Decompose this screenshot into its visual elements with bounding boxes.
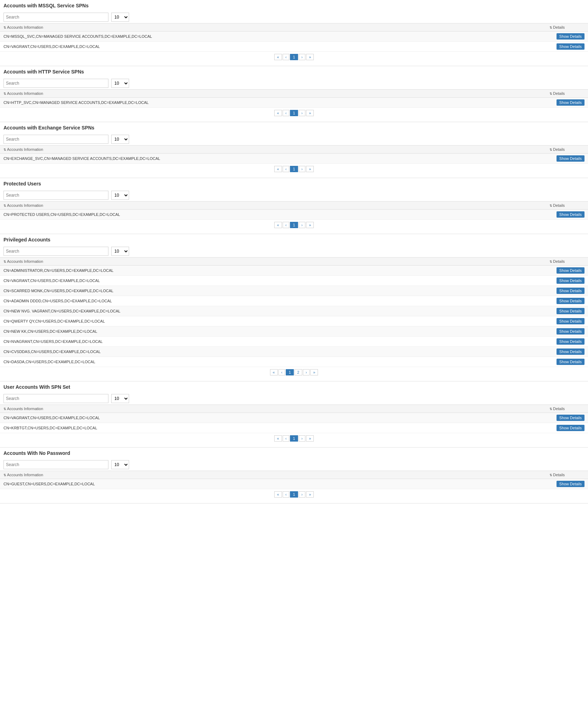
show-details-button[interactable]: Show Details	[557, 349, 585, 355]
pagination-next-button[interactable]: ›	[299, 435, 306, 442]
col-details-header-mssql-spns[interactable]: ⇅Details	[546, 23, 588, 31]
pagination-last-button[interactable]: »	[306, 435, 314, 442]
col-details-header-user-accounts-spn[interactable]: ⇅Details	[546, 405, 588, 413]
show-details-button[interactable]: Show Details	[557, 415, 585, 421]
pagination-current-button[interactable]: 1	[290, 110, 298, 116]
detail-cell: Show Details	[546, 42, 588, 52]
account-cell: CN=ADMINISTRATOR,CN=USERS,DC=EXAMPLE,DC=…	[0, 266, 546, 276]
pagination-current-button[interactable]: 1	[286, 369, 293, 375]
pagination-next-button[interactable]: ›	[299, 166, 306, 172]
pagination-prev-button[interactable]: ‹	[278, 369, 285, 375]
pagination-prev-button[interactable]: ‹	[283, 222, 290, 228]
section-title-protected-users: Protected Users	[0, 178, 588, 189]
pagination-prev-button[interactable]: ‹	[283, 435, 290, 442]
col-details-header-no-password[interactable]: ⇅Details	[546, 471, 588, 479]
show-details-button[interactable]: Show Details	[557, 481, 585, 487]
pagination-last-button[interactable]: »	[306, 222, 314, 228]
pagination-prev-button[interactable]: ‹	[283, 491, 290, 498]
show-details-button[interactable]: Show Details	[557, 99, 585, 106]
search-input-protected-users[interactable]	[3, 191, 108, 200]
pagination-last-button[interactable]: »	[306, 110, 314, 116]
show-details-button[interactable]: Show Details	[557, 308, 585, 314]
table-row: CN=ADADMIN DDDD,CN=USERS,DC=EXAMPLE,DC=L…	[0, 296, 588, 306]
page-size-select-protected-users[interactable]: 102550100	[111, 191, 129, 200]
search-input-http-spns[interactable]	[3, 79, 108, 88]
col-details-header-exchange-spns[interactable]: ⇅Details	[546, 146, 588, 154]
show-details-button[interactable]: Show Details	[557, 338, 585, 345]
detail-cell: Show Details	[546, 266, 588, 276]
section-protected-users: Protected Users102550100⇅Accounts Inform…	[0, 178, 588, 234]
pagination-first-button[interactable]: «	[274, 435, 282, 442]
show-details-button[interactable]: Show Details	[557, 318, 585, 324]
pagination-first-button[interactable]: «	[274, 166, 282, 172]
show-details-button[interactable]: Show Details	[557, 33, 585, 40]
show-details-button[interactable]: Show Details	[557, 359, 585, 365]
col-details-header-protected-users[interactable]: ⇅Details	[546, 202, 588, 210]
section-title-http-spns: Accounts with HTTP Service SPNs	[0, 66, 588, 77]
pagination-next-button[interactable]: ›	[299, 222, 306, 228]
col-accounts-header-exchange-spns[interactable]: ⇅Accounts Information	[0, 146, 546, 154]
section-title-privileged-accounts: Privileged Accounts	[0, 234, 588, 245]
page-size-select-mssql-spns[interactable]: 102550100	[111, 13, 129, 22]
search-input-exchange-spns[interactable]	[3, 135, 108, 144]
col-accounts-header-http-spns[interactable]: ⇅Accounts Information	[0, 90, 546, 98]
detail-cell: Show Details	[546, 316, 588, 326]
show-details-button[interactable]: Show Details	[557, 277, 585, 284]
section-title-exchange-spns: Accounts with Exchange Service SPNs	[0, 122, 588, 133]
show-details-button[interactable]: Show Details	[557, 328, 585, 335]
account-cell: CN=VAGRANT,CN=USERS,DC=EXAMPLE,DC=LOCAL	[0, 413, 546, 423]
pagination-protected-users: «‹1›»	[0, 220, 588, 230]
show-details-button[interactable]: Show Details	[557, 43, 585, 50]
pagination-last-button[interactable]: »	[310, 369, 318, 375]
show-details-button[interactable]: Show Details	[557, 211, 585, 218]
col-accounts-header-protected-users[interactable]: ⇅Accounts Information	[0, 202, 546, 210]
show-details-button[interactable]: Show Details	[557, 155, 585, 162]
pagination-next-button[interactable]: ›	[299, 54, 306, 60]
pagination-first-button[interactable]: «	[274, 491, 282, 498]
search-input-user-accounts-spn[interactable]	[3, 394, 108, 403]
show-details-button[interactable]: Show Details	[557, 267, 585, 274]
pagination-first-button[interactable]: «	[274, 222, 282, 228]
account-cell: CN=CVSDDAS,CN=USERS,DC=EXAMPLE,DC=LOCAL	[0, 347, 546, 357]
pagination-last-button[interactable]: »	[306, 166, 314, 172]
pagination-page2-button[interactable]: 2	[295, 369, 302, 375]
page-size-select-http-spns[interactable]: 102550100	[111, 79, 129, 88]
pagination-prev-button[interactable]: ‹	[283, 110, 290, 116]
pagination-next-button[interactable]: ›	[303, 369, 310, 375]
pagination-last-button[interactable]: »	[306, 491, 314, 498]
pagination-next-button[interactable]: ›	[299, 491, 306, 498]
account-cell: CN=NVAGRANT,CN=USERS,DC=EXAMPLE,DC=LOCAL	[0, 337, 546, 347]
search-input-no-password[interactable]	[3, 460, 108, 469]
page-size-select-user-accounts-spn[interactable]: 102550100	[111, 394, 129, 403]
search-input-mssql-spns[interactable]	[3, 13, 108, 22]
page-size-select-exchange-spns[interactable]: 102550100	[111, 135, 129, 144]
search-input-privileged-accounts[interactable]	[3, 247, 108, 256]
col-details-header-privileged-accounts[interactable]: ⇅Details	[546, 258, 588, 266]
pagination-first-button[interactable]: «	[274, 110, 282, 116]
pagination-current-button[interactable]: 1	[290, 222, 298, 228]
pagination-current-button[interactable]: 1	[290, 166, 298, 172]
col-accounts-header-mssql-spns[interactable]: ⇅Accounts Information	[0, 23, 546, 31]
page-size-select-privileged-accounts[interactable]: 102550100	[111, 247, 129, 256]
pagination-prev-button[interactable]: ‹	[283, 166, 290, 172]
pagination-current-button[interactable]: 1	[290, 491, 298, 498]
controls-no-password: 102550100	[0, 459, 588, 471]
account-cell: CN=NEW KK,CN=USERS,DC=EXAMPLE,DC=LOCAL	[0, 326, 546, 337]
pagination-first-button[interactable]: «	[270, 369, 278, 375]
pagination-first-button[interactable]: «	[274, 54, 282, 60]
col-accounts-header-user-accounts-spn[interactable]: ⇅Accounts Information	[0, 405, 546, 413]
show-details-button[interactable]: Show Details	[557, 298, 585, 304]
show-details-button[interactable]: Show Details	[557, 288, 585, 294]
page-size-select-no-password[interactable]: 102550100	[111, 460, 129, 469]
sort-icon: ⇅	[550, 204, 552, 207]
pagination-prev-button[interactable]: ‹	[283, 54, 290, 60]
pagination-current-button[interactable]: 1	[290, 435, 298, 442]
col-details-header-http-spns[interactable]: ⇅Details	[546, 90, 588, 98]
sort-icon: ⇅	[3, 148, 6, 152]
pagination-next-button[interactable]: ›	[299, 110, 306, 116]
pagination-last-button[interactable]: »	[306, 54, 314, 60]
show-details-button[interactable]: Show Details	[557, 425, 585, 431]
col-accounts-header-no-password[interactable]: ⇅Accounts Information	[0, 471, 546, 479]
pagination-current-button[interactable]: 1	[290, 54, 298, 60]
col-accounts-header-privileged-accounts[interactable]: ⇅Accounts Information	[0, 258, 546, 266]
